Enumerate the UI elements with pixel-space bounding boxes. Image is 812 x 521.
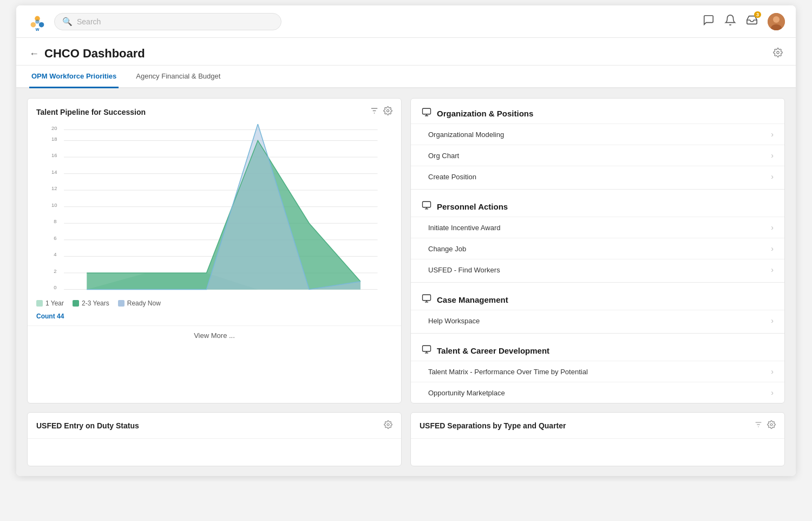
case-management-icon bbox=[422, 294, 431, 305]
find-workers-item[interactable]: USFED - Find Workers › bbox=[411, 259, 784, 280]
org-positions-header: Organization & Positions bbox=[411, 99, 784, 123]
svg-point-12 bbox=[387, 109, 389, 112]
svg-rect-48 bbox=[423, 108, 431, 114]
page-title: CHCO Dashboard bbox=[44, 47, 768, 61]
legend-2-3years-dot bbox=[73, 300, 79, 307]
personnel-actions-header: Personnel Actions bbox=[411, 192, 784, 217]
svg-point-1 bbox=[31, 22, 36, 27]
org-positions-icon bbox=[422, 107, 431, 119]
legend-readynow: Ready Now bbox=[118, 299, 161, 307]
case-management-title: Case Management bbox=[437, 295, 508, 304]
chat-icon[interactable] bbox=[703, 14, 715, 29]
separations-settings-icon[interactable] bbox=[767, 420, 776, 431]
legend-1year-label: 1 Year bbox=[45, 299, 64, 307]
initiate-incentive-item[interactable]: Initiate Incentive Award › bbox=[411, 217, 784, 238]
tab-opm-workforce[interactable]: OPM Workforce Priorities bbox=[29, 66, 119, 88]
legend-1year: 1 Year bbox=[36, 299, 64, 307]
legend-1year-dot bbox=[36, 300, 43, 307]
chevron-right-icon: › bbox=[771, 244, 774, 253]
user-avatar[interactable] bbox=[768, 13, 785, 30]
back-button[interactable]: ← bbox=[29, 48, 39, 60]
svg-text:0: 0 bbox=[54, 284, 56, 290]
svg-rect-51 bbox=[423, 201, 431, 207]
svg-point-3 bbox=[35, 19, 40, 24]
personnel-actions-icon bbox=[422, 200, 431, 212]
chevron-right-icon: › bbox=[771, 172, 774, 181]
legend-readynow-dot bbox=[118, 300, 125, 307]
legend-readynow-label: Ready Now bbox=[127, 299, 161, 307]
inbox-badge: 3 bbox=[754, 11, 761, 18]
svg-point-60 bbox=[387, 424, 389, 426]
bell-icon[interactable] bbox=[724, 14, 736, 29]
svg-text:10: 10 bbox=[51, 202, 57, 208]
search-bar[interactable]: 🔍 Search bbox=[54, 13, 281, 30]
search-placeholder: Search bbox=[77, 17, 101, 26]
chart-toolbar bbox=[370, 106, 392, 118]
svg-text:w: w bbox=[35, 27, 40, 32]
tabs-bar: OPM Workforce Priorities Agency Financia… bbox=[16, 66, 796, 88]
inbox-icon[interactable]: 3 bbox=[746, 14, 758, 29]
chart-filter-icon[interactable] bbox=[370, 106, 379, 118]
svg-text:12: 12 bbox=[51, 185, 57, 191]
chevron-right-icon: › bbox=[771, 151, 774, 160]
talent-career-title: Talent & Career Development bbox=[437, 346, 549, 355]
svg-text:2: 2 bbox=[54, 268, 56, 274]
view-more-button[interactable]: View More ... bbox=[28, 325, 401, 345]
svg-text:6: 6 bbox=[54, 235, 56, 241]
svg-point-64 bbox=[770, 424, 772, 426]
svg-point-6 bbox=[773, 16, 780, 23]
usfed-separations-title: USFED Separations by Type and Quarter bbox=[420, 421, 566, 430]
usfed-entry-card: USFED Entry on Duty Status bbox=[27, 412, 402, 466]
svg-text:16: 16 bbox=[51, 152, 57, 158]
svg-text:18: 18 bbox=[51, 136, 57, 142]
svg-point-2 bbox=[39, 22, 44, 27]
area-chart: 0 2 4 6 8 10 12 14 16 18 20 bbox=[32, 124, 392, 295]
talent-career-icon bbox=[422, 344, 431, 356]
settings-icon[interactable] bbox=[773, 48, 783, 60]
workday-logo: w bbox=[27, 11, 48, 32]
svg-text:20: 20 bbox=[51, 125, 57, 131]
usfed-entry-settings-icon[interactable] bbox=[384, 420, 392, 431]
svg-text:14: 14 bbox=[51, 169, 57, 175]
usfed-separations-card: USFED Separations by Type and Quarter bbox=[410, 412, 785, 466]
area-chart-container: 0 2 4 6 8 10 12 14 16 18 20 bbox=[28, 122, 401, 295]
opportunity-marketplace-item[interactable]: Opportunity Marketplace › bbox=[411, 382, 784, 403]
legend-2-3years-label: 2-3 Years bbox=[82, 299, 109, 307]
change-job-item[interactable]: Change Job › bbox=[411, 238, 784, 259]
chevron-right-icon: › bbox=[771, 316, 774, 325]
case-management-header: Case Management bbox=[411, 285, 784, 310]
search-icon: 🔍 bbox=[62, 17, 73, 27]
chevron-right-icon: › bbox=[771, 388, 774, 397]
chart-legend: 1 Year 2-3 Years Ready Now bbox=[28, 295, 401, 311]
legend-2-3years: 2-3 Years bbox=[73, 299, 109, 307]
talent-pipeline-title: Talent Pipeline for Succession bbox=[36, 108, 146, 116]
svg-rect-54 bbox=[423, 295, 431, 301]
right-panel: Organization & Positions Organizational … bbox=[410, 98, 785, 403]
create-position-item[interactable]: Create Position › bbox=[411, 166, 784, 187]
svg-text:8: 8 bbox=[54, 218, 56, 224]
chevron-right-icon: › bbox=[771, 130, 774, 139]
usfed-entry-title: USFED Entry on Duty Status bbox=[36, 421, 139, 430]
svg-text:4: 4 bbox=[54, 251, 56, 257]
talent-career-header: Talent & Career Development bbox=[411, 336, 784, 361]
org-chart-item[interactable]: Org Chart › bbox=[411, 145, 784, 166]
svg-point-8 bbox=[777, 51, 780, 54]
help-workspace-item[interactable]: Help Workspace › bbox=[411, 310, 784, 331]
org-positions-title: Organization & Positions bbox=[437, 109, 533, 118]
chevron-right-icon: › bbox=[771, 367, 774, 376]
talent-matrix-item[interactable]: Talent Matrix - Performance Over Time by… bbox=[411, 361, 784, 382]
chart-count: Count 44 bbox=[28, 311, 401, 325]
chevron-right-icon: › bbox=[771, 265, 774, 274]
chart-settings-icon[interactable] bbox=[383, 106, 392, 118]
chevron-right-icon: › bbox=[771, 223, 774, 232]
talent-pipeline-card: Talent Pipeline for Succession 0 2 4 bbox=[27, 98, 402, 403]
org-modeling-item[interactable]: Organizational Modeling › bbox=[411, 123, 784, 145]
personnel-actions-title: Personnel Actions bbox=[437, 202, 508, 211]
svg-rect-57 bbox=[423, 346, 431, 351]
separations-filter-icon[interactable] bbox=[754, 420, 763, 431]
tab-agency-financial[interactable]: Agency Financial & Budget bbox=[134, 66, 222, 88]
